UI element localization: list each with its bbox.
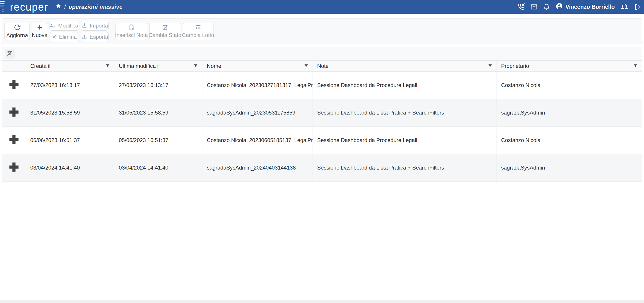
cell-ultima_modifica_il[interactable]: 03/04/2024 14:41:40 xyxy=(114,154,202,181)
new-button[interactable]: Nuova xyxy=(32,23,47,40)
top-navbar: le recuper / operazioni massive xyxy=(0,0,644,14)
edit-delete-group: A Modifica Elimina xyxy=(50,21,79,42)
filter-icon[interactable] xyxy=(304,64,308,68)
cell-creata_il[interactable]: 27/03/2023 16:13:17 xyxy=(26,72,114,99)
toolbar: Aggiorna Nuova A Modifica xyxy=(2,19,642,44)
sidebar-clipped-label: le xyxy=(0,8,12,13)
data-grid: Creata ilUltima modifica ilNomeNotePropr… xyxy=(2,47,642,300)
filter-icon[interactable] xyxy=(488,64,492,68)
column-label: Nome xyxy=(207,63,221,69)
plus-icon xyxy=(37,24,43,31)
expand-cell xyxy=(2,154,26,181)
change-status-button[interactable]: a Cambia Stato xyxy=(150,23,180,40)
home-icon[interactable] xyxy=(56,3,62,11)
filter-off-icon xyxy=(7,50,13,57)
column-label: Note xyxy=(317,63,329,69)
grid-toolbar xyxy=(2,47,642,61)
column-header-nome[interactable]: Nome xyxy=(202,61,312,72)
plus-expand-icon xyxy=(8,106,20,119)
filter-icon[interactable] xyxy=(194,64,198,68)
operations-table: Creata ilUltima modifica ilNomeNotePropr… xyxy=(2,61,642,182)
navbar-right-cluster: Vincenzo Borriello xyxy=(518,3,641,11)
expand-cell xyxy=(2,72,26,99)
user-switch-icon[interactable] xyxy=(620,4,628,10)
table-row[interactable]: 05/06/2023 16:51:3705/06/2023 16:51:37Co… xyxy=(2,126,642,154)
import-icon xyxy=(82,23,87,29)
cell-creata_il[interactable]: 03/04/2024 14:41:40 xyxy=(26,154,114,181)
cell-ultima_modifica_il[interactable]: 27/03/2023 16:13:17 xyxy=(114,72,202,99)
mail-icon[interactable] xyxy=(530,4,538,10)
user-avatar-icon xyxy=(556,3,563,11)
cell-creata_il[interactable]: 05/06/2023 16:51:37 xyxy=(26,126,114,154)
breadcrumb: / operazioni massive xyxy=(56,3,122,11)
expand-cell xyxy=(2,126,26,154)
insert-note-button[interactable]: Inserisci Nota xyxy=(116,23,147,40)
cell-proprietario[interactable]: Costanzo Nicola xyxy=(496,72,642,99)
cell-proprietario[interactable]: sagradaSysAdmin xyxy=(496,154,642,181)
cell-note[interactable]: Sessione Dashboard da Procedure Legali xyxy=(312,72,496,99)
edit-square-icon: a xyxy=(162,24,168,31)
menu-fold-icon[interactable] xyxy=(0,1,12,7)
logout-icon[interactable] xyxy=(634,4,641,10)
breadcrumb-current: operazioni massive xyxy=(69,4,123,10)
refresh-icon xyxy=(14,24,20,31)
filter-icon[interactable] xyxy=(106,64,110,68)
list-icon xyxy=(195,24,201,31)
column-label: Creata il xyxy=(30,63,50,69)
expand-column-header xyxy=(2,61,26,72)
plus-expand-icon xyxy=(8,79,20,91)
cell-proprietario[interactable]: sagradaSysAdmin xyxy=(496,99,642,126)
expand-row-button[interactable] xyxy=(8,106,20,119)
plus-expand-icon xyxy=(8,133,20,146)
user-menu[interactable]: Vincenzo Borriello xyxy=(556,3,615,11)
table-row[interactable]: 31/05/2023 15:58:5931/05/2023 15:58:59sa… xyxy=(2,99,642,126)
export-button[interactable]: Esporta xyxy=(81,32,108,42)
cell-ultima_modifica_il[interactable]: 05/06/2023 16:51:37 xyxy=(114,126,202,154)
svg-text:a: a xyxy=(164,27,165,29)
cell-note[interactable]: Sessione Dashboard da Lista Pratica + Se… xyxy=(312,154,496,181)
close-icon xyxy=(52,34,57,40)
export-icon xyxy=(82,34,87,40)
column-label: Proprietario xyxy=(501,63,529,69)
table-row[interactable]: 27/03/2023 16:13:1727/03/2023 16:13:17Co… xyxy=(2,72,642,99)
cell-note[interactable]: Sessione Dashboard da Procedure Legali xyxy=(312,126,496,154)
user-name: Vincenzo Borriello xyxy=(566,4,615,10)
phone-incoming-icon[interactable] xyxy=(518,4,525,10)
cell-nome[interactable]: sagradaSysAdmin_20240403144138 xyxy=(202,154,312,181)
expand-row-button[interactable] xyxy=(8,161,20,174)
change-lot-button[interactable]: Cambia Lotto xyxy=(182,23,214,40)
cell-nome[interactable]: sagradaSysAdmin_20230531175859 xyxy=(202,99,312,126)
svg-text:A: A xyxy=(50,24,53,28)
toolbar-divider xyxy=(112,24,112,39)
refresh-button[interactable]: Aggiorna xyxy=(4,23,30,40)
breadcrumb-separator: / xyxy=(64,4,66,11)
cell-creata_il[interactable]: 31/05/2023 15:58:59 xyxy=(26,99,114,126)
filter-icon[interactable] xyxy=(633,64,638,68)
bell-icon[interactable] xyxy=(543,4,550,10)
cell-nome[interactable]: Costanzo Nicola_20230327181317_LegalProc… xyxy=(202,72,312,99)
cell-nome[interactable]: Costanzo Nicola_20230605185137_LegalProc… xyxy=(202,126,312,154)
table-row[interactable]: 03/04/2024 14:41:4003/04/2024 14:41:40sa… xyxy=(2,154,642,181)
clear-filters-button[interactable] xyxy=(5,49,15,59)
sidebar-toggle-clipped[interactable]: le xyxy=(0,1,12,13)
column-header-ultima_modifica_il[interactable]: Ultima modifica il xyxy=(114,61,202,72)
cell-proprietario[interactable]: Costanzo Nicola xyxy=(496,126,642,154)
delete-button[interactable]: Elimina xyxy=(50,32,79,42)
column-label: Ultima modifica il xyxy=(119,63,160,69)
cell-note[interactable]: Sessione Dashboard da Lista Pratica + Se… xyxy=(312,99,496,126)
bottom-strip xyxy=(0,300,644,303)
column-header-creata_il[interactable]: Creata il xyxy=(26,61,114,72)
header-row: Creata ilUltima modifica ilNomeNotePropr… xyxy=(2,61,642,72)
column-header-proprietario[interactable]: Proprietario xyxy=(496,61,642,72)
edit-button[interactable]: A Modifica xyxy=(50,21,79,31)
expand-cell xyxy=(2,99,26,126)
app-logo[interactable]: recuper xyxy=(10,1,48,13)
column-header-note[interactable]: Note xyxy=(312,61,496,72)
cell-ultima_modifica_il[interactable]: 31/05/2023 15:58:59 xyxy=(114,99,202,126)
import-button[interactable]: Importa xyxy=(81,21,108,31)
plus-expand-icon xyxy=(8,161,20,174)
font-edit-icon: A xyxy=(50,23,56,29)
expand-row-button[interactable] xyxy=(8,79,20,91)
import-export-group: Importa Esporta xyxy=(81,21,108,42)
expand-row-button[interactable] xyxy=(8,133,20,146)
